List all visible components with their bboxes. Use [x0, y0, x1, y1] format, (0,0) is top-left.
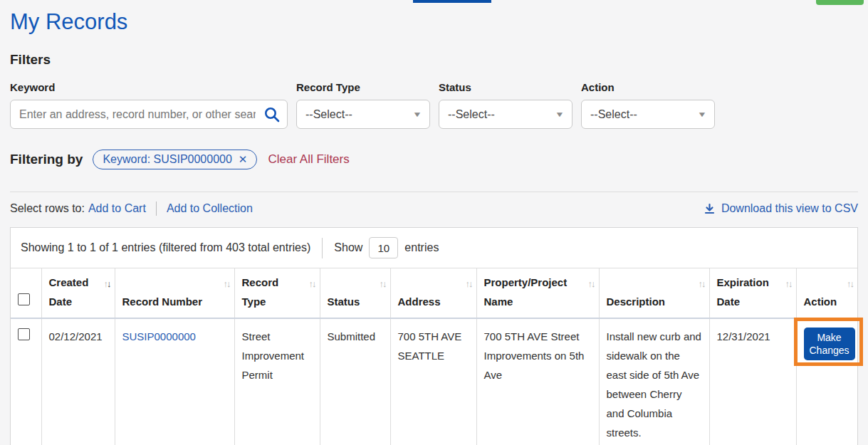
- actions-bar: Select rows to: Add to Cart Add to Colle…: [10, 201, 858, 216]
- section-divider: [10, 192, 858, 192]
- clear-all-filters-link[interactable]: Clear All Filters: [268, 152, 349, 167]
- keyword-input-wrap: [10, 100, 288, 129]
- keyword-filter-group: Keyword: [10, 81, 288, 129]
- record-type-filter-group: Record Type --Select-- ▼: [296, 81, 430, 129]
- make-changes-button[interactable]: Make Changes: [804, 328, 855, 360]
- action-label: Action: [581, 81, 715, 93]
- action-select[interactable]: --Select-- ▼: [581, 100, 715, 129]
- sort-icon[interactable]: ↑↓: [104, 274, 110, 293]
- filtering-by-row: Filtering by Keyword: SUSIP0000000 ✕ Cle…: [10, 150, 858, 169]
- keyword-label: Keyword: [10, 81, 288, 93]
- sort-icon[interactable]: ↑↓: [224, 274, 230, 293]
- cell-property-name: 700 5TH AVE Street Improvements on 5th A…: [476, 318, 599, 445]
- status-label: Status: [439, 81, 572, 93]
- filters-heading: Filters: [10, 52, 858, 68]
- column-header-expiration-date[interactable]: Expiration Date ↑↓: [709, 268, 796, 318]
- cell-address: 700 5TH AVE SEATTLE: [390, 318, 476, 445]
- table-header-row: Created Date ↑↓ Record Number ↑↓ Record …: [11, 268, 857, 318]
- search-button[interactable]: [261, 103, 283, 125]
- green-button-partial[interactable]: [816, 0, 864, 5]
- column-header-action[interactable]: Action ↑↓: [796, 268, 857, 318]
- record-type-select[interactable]: --Select-- ▼: [296, 100, 430, 129]
- column-header-address[interactable]: Address ↑↓: [390, 268, 476, 318]
- cell-record-type: Street Improvement Permit: [234, 318, 320, 445]
- column-header-record-number[interactable]: Record Number ↑↓: [115, 268, 234, 318]
- column-header-record-type[interactable]: Record Type ↑↓: [234, 268, 320, 318]
- active-tab-underline: [413, 0, 491, 3]
- select-rows-actions: Select rows to: Add to Cart Add to Colle…: [10, 201, 253, 216]
- search-icon: [263, 106, 281, 123]
- column-header-description[interactable]: Description ↑↓: [599, 268, 709, 318]
- keyword-filter-chip[interactable]: Keyword: SUSIP0000000 ✕: [93, 150, 257, 169]
- records-table-panel: Showing 1 to 1 of 1 entries (filtered fr…: [10, 227, 858, 445]
- sort-icon[interactable]: ↑↓: [466, 274, 472, 293]
- column-header-property-name[interactable]: Property/Project Name ↑↓: [476, 268, 599, 318]
- sort-icon[interactable]: ↑↓: [785, 274, 792, 293]
- filtering-by-label: Filtering by: [10, 152, 83, 167]
- cell-action: Make Changes: [796, 318, 857, 445]
- sort-icon[interactable]: ↑↓: [699, 274, 705, 293]
- add-to-cart-link[interactable]: Add to Cart: [88, 202, 146, 215]
- entries-label: entries: [404, 241, 439, 254]
- chevron-down-icon: ▼: [412, 110, 422, 118]
- select-all-checkbox[interactable]: [18, 293, 30, 305]
- page-title: My Records: [10, 9, 858, 36]
- cell-expiration-date: 12/31/2021: [709, 318, 796, 445]
- vertical-divider: [322, 238, 323, 258]
- table-row: 02/12/2021 SUSIP0000000 Street Improveme…: [11, 318, 857, 445]
- sort-icon[interactable]: ↑↓: [588, 274, 595, 293]
- column-header-status[interactable]: Status ↑↓: [320, 268, 390, 318]
- cell-created-date: 02/12/2021: [41, 318, 115, 445]
- add-to-collection-link[interactable]: Add to Collection: [167, 202, 253, 215]
- status-select[interactable]: --Select-- ▼: [439, 100, 572, 129]
- download-csv-label: Download this view to CSV: [721, 202, 858, 215]
- entries-summary: Showing 1 to 1 of 1 entries (filtered fr…: [21, 241, 310, 254]
- cell-status: Submitted: [320, 318, 390, 445]
- filter-chip-text: Keyword: SUSIP0000000: [103, 153, 231, 166]
- record-type-selected-value: --Select--: [305, 108, 352, 121]
- download-csv-link[interactable]: Download this view to CSV: [704, 202, 858, 215]
- select-rows-label: Select rows to:: [10, 202, 85, 215]
- keyword-search-input[interactable]: [10, 100, 288, 129]
- records-table: Created Date ↑↓ Record Number ↑↓ Record …: [11, 268, 857, 445]
- record-number-link[interactable]: SUSIP0000000: [122, 330, 196, 342]
- row-checkbox[interactable]: [18, 328, 30, 340]
- status-selected-value: --Select--: [448, 108, 495, 121]
- table-info-bar: Showing 1 to 1 of 1 entries (filtered fr…: [11, 228, 857, 268]
- record-type-label: Record Type: [296, 81, 430, 93]
- sort-icon[interactable]: ↑↓: [847, 274, 853, 293]
- download-icon: [704, 203, 716, 215]
- row-select-cell: [11, 318, 41, 445]
- close-icon[interactable]: ✕: [239, 153, 248, 166]
- chevron-down-icon: ▼: [697, 110, 707, 118]
- status-filter-group: Status --Select-- ▼: [439, 81, 572, 129]
- sort-icon[interactable]: ↑↓: [309, 274, 315, 293]
- show-label: Show: [334, 241, 362, 254]
- my-records-page: My Records Filters Keyword Record Type: [0, 9, 868, 445]
- cell-record-number: SUSIP0000000: [115, 318, 234, 445]
- select-all-header-cell: [11, 268, 41, 318]
- action-selected-value: --Select--: [590, 108, 637, 121]
- vertical-divider: [156, 201, 157, 216]
- sort-icon[interactable]: ↑↓: [380, 274, 386, 293]
- action-filter-group: Action --Select-- ▼: [581, 81, 715, 129]
- filter-row: Keyword Record Type --Select-- ▼: [10, 81, 858, 129]
- page-size-input[interactable]: [369, 237, 398, 258]
- chevron-down-icon: ▼: [555, 110, 565, 118]
- column-header-created-date[interactable]: Created Date ↑↓: [41, 268, 115, 318]
- cell-description: Install new curb and sidewalk on the eas…: [599, 318, 709, 445]
